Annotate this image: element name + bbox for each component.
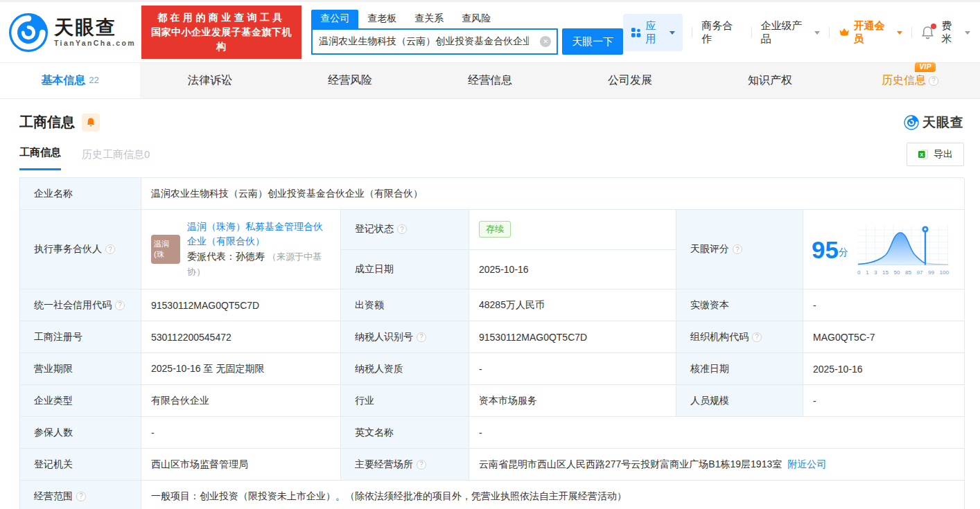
tab-company-development[interactable]: 公司发展 — [560, 63, 700, 98]
value-text: 西山区市场监督管理局 — [151, 458, 248, 471]
help-icon[interactable]: ? — [105, 244, 115, 254]
search-tab-risk[interactable]: 查风险 — [453, 10, 500, 28]
tab-history-info-label: 历史信息 — [882, 73, 926, 88]
slogan-line2: 国家中小企业发展子基金旗下机构 — [148, 25, 295, 54]
bell-curve-chart — [857, 224, 950, 267]
crown-icon — [839, 27, 850, 37]
watermark-logo: 天眼查 — [904, 114, 964, 132]
field-label-credit-code: 统一社会信用代码 ? — [20, 289, 141, 321]
field-value-tianyan-score: 95 分 — [803, 210, 965, 289]
enterprise-products-menu[interactable]: 企业级产品 — [761, 19, 820, 46]
field-label-taxpayer-quality: 纳税人资质 — [341, 353, 469, 385]
tab-history-info[interactable]: 历史信息 VIP ? — [840, 63, 980, 98]
field-label-insured-count: 参保人数 — [20, 417, 141, 449]
value-text: 2025-10-16 — [479, 264, 529, 275]
label-text: 人员规模 — [690, 395, 729, 407]
slogan-banner: 都在用的商业查询工具 国家中小企业发展子基金旗下机构 — [141, 6, 301, 59]
value-text: 2025-10-16 — [813, 364, 863, 375]
field-value-org-code: MAG0QT5C-7 — [803, 321, 965, 353]
score-value: 95 分 — [812, 238, 848, 262]
partner-company-link[interactable]: 温润（珠海）私募基金管理合伙企业（有限合伙） — [187, 221, 323, 247]
tianyancha-swirl-icon — [8, 12, 49, 53]
help-icon[interactable]: ? — [76, 492, 86, 501]
search-input[interactable] — [313, 36, 529, 47]
export-button[interactable]: X 导出 — [907, 143, 964, 166]
label-text: 登记状态 — [355, 223, 394, 235]
delegate-label: 委派代表： — [187, 251, 236, 262]
field-label-business-term: 营业期限 — [20, 353, 141, 385]
partner-avatar[interactable]: 温润 (珠 — [151, 235, 180, 264]
search-tabs: 查公司 查老板 查关系 查风险 — [311, 10, 623, 28]
score-number: 95 — [812, 238, 839, 262]
search-tab-relation[interactable]: 查关系 — [405, 10, 453, 28]
label-text: 经营范围 — [34, 490, 73, 503]
value-text: 91530112MAG0QT5C7D — [479, 332, 587, 343]
search-submit-button[interactable]: 天眼一下 — [562, 28, 623, 55]
vip-badge: VIP — [915, 62, 936, 72]
help-icon[interactable]: ? — [397, 224, 407, 234]
username: 费米 — [941, 19, 961, 46]
apps-grid-icon — [631, 27, 641, 38]
header-divider — [911, 27, 912, 37]
monitor-bell-chip[interactable] — [82, 114, 100, 132]
tab-intellectual-property[interactable]: 知识产权 — [700, 63, 840, 98]
open-vip-menu[interactable]: 开通会员 — [839, 19, 902, 46]
tab-operation-info[interactable]: 经营信息 — [420, 63, 560, 98]
label-text: 纳税人资质 — [355, 363, 403, 375]
header-divider — [829, 27, 830, 37]
value-text: 温润农业生物科技（云南）创业投资基金合伙企业（有限合伙） — [151, 188, 423, 200]
bell-icon — [86, 117, 96, 127]
help-icon[interactable]: ? — [752, 332, 762, 342]
tick: 0 — [857, 269, 860, 276]
field-label-tianyan-score: 天眼评分 ? — [676, 210, 803, 289]
subtab-business-info[interactable]: 工商信息 — [19, 146, 61, 170]
help-icon[interactable]: ? — [733, 244, 742, 254]
field-value-business-scope: 一般项目：创业投资（限投资未上市企业）。（除依法须经批准的项目外，凭营业执照依法… — [141, 481, 965, 509]
tab-operation-risk[interactable]: 经营风险 — [280, 63, 420, 98]
tick: 1 — [866, 269, 868, 276]
field-label-org-code: 组织机构代码 ? — [676, 321, 803, 353]
user-menu[interactable]: 费米 — [941, 19, 970, 46]
help-icon[interactable]: ? — [417, 460, 426, 470]
chevron-down-icon — [897, 31, 902, 35]
label-text: 成立日期 — [355, 263, 394, 276]
search-tab-company[interactable]: 查公司 — [311, 10, 358, 28]
field-value-credit-code: 91530112MAG0QT5C7D — [141, 289, 341, 321]
field-value-main-address: 云南省昆明市西山区人民西路277号云投财富商业广场B1栋19层1913室 附近公… — [469, 449, 965, 481]
field-label-industry: 行业 — [341, 385, 469, 417]
field-value-paid-in: - — [803, 289, 965, 321]
label-text: 核准日期 — [690, 363, 729, 375]
business-cooperation-link[interactable]: 商务合作 — [701, 19, 742, 46]
tianyancha-logo[interactable]: 天眼查 TianYanCha.com — [8, 12, 136, 53]
chevron-down-icon — [814, 31, 820, 35]
tab-history-label-wrap: 历史信息 VIP — [882, 73, 926, 88]
company-nav-tabs: 基本信息 22 法律诉讼 经营风险 经营信息 公司发展 知识产权 历史信息 VI… — [0, 62, 980, 99]
tab-legal-litigation[interactable]: 法律诉讼 — [140, 63, 280, 98]
slogan-line1: 都在用的商业查询工具 — [148, 10, 295, 25]
header: 天眼查 TianYanCha.com 都在用的商业查询工具 国家中小企业发展子基… — [0, 2, 980, 62]
value-text: 一般项目：创业投资（限投资未上市企业）。（除依法须经批准的项目外，凭营业执照依法… — [151, 490, 627, 503]
label-text: 执行事务合伙人 — [34, 243, 102, 256]
apps-menu[interactable]: 应用 — [623, 14, 683, 51]
help-icon[interactable]: ? — [115, 301, 125, 310]
label-text: 实缴资本 — [690, 299, 729, 312]
label-text: 组织机构代码 — [690, 331, 749, 343]
field-label-company-type: 企业类型 — [20, 385, 141, 417]
tab-basic-info[interactable]: 基本信息 22 — [0, 63, 140, 98]
subtab-row: 工商信息 历史工商信息0 X 导出 — [19, 143, 964, 170]
subtab-history-business-info[interactable]: 历史工商信息0 — [82, 148, 150, 170]
help-icon[interactable]: ? — [929, 76, 938, 86]
tick: 99 — [928, 269, 934, 276]
value-text: 资本市场服务 — [479, 395, 537, 407]
help-icon[interactable]: ? — [417, 332, 426, 342]
notifications-bell[interactable] — [921, 26, 934, 39]
clear-search-icon[interactable]: ✕ — [540, 36, 551, 47]
chevron-down-icon — [670, 31, 675, 35]
nearby-companies-link[interactable]: 附近公司 — [787, 458, 826, 471]
tab-intellectual-property-label: 知识产权 — [748, 73, 792, 88]
search-tab-boss[interactable]: 查老板 — [358, 10, 405, 28]
avatar-text: 温润 — [154, 239, 180, 249]
field-value-industry: 资本市场服务 — [469, 385, 676, 417]
tab-operation-info-label: 经营信息 — [468, 73, 512, 88]
field-label-reg-status: 登记状态 ? — [341, 210, 469, 250]
